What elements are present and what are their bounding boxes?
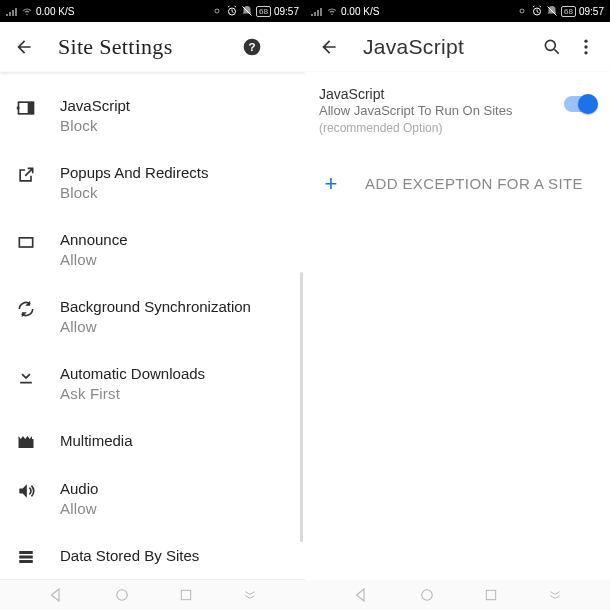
wifi-icon	[21, 6, 33, 16]
mute-icon	[241, 5, 253, 17]
volume-icon	[14, 479, 38, 501]
eye-icon	[516, 5, 528, 17]
item-subtitle: Allow	[60, 250, 128, 270]
page-title: JavaScript	[363, 35, 538, 59]
item-title: Multimedia	[60, 431, 133, 451]
pane-site-settings: Site Settings ? JavaScriptBlockPopups An…	[0, 22, 305, 580]
arrow-back-icon	[319, 37, 339, 57]
search-button[interactable]	[538, 33, 566, 61]
nav-dropdown-button[interactable]	[242, 587, 258, 603]
javascript-toggle-row[interactable]: JavaScript Allow JavaScript To Run On Si…	[305, 72, 610, 145]
item-subtitle: Ask First	[60, 384, 205, 404]
signal-icon	[6, 6, 18, 16]
movie-icon	[14, 431, 38, 451]
svg-line-16	[555, 49, 559, 53]
item-title: JavaScript	[60, 96, 130, 116]
svg-text:?: ?	[248, 40, 255, 53]
switch-knob	[578, 94, 598, 114]
status-bar: 0.00 K/S 68 09:57 0.00 K/S 68 09:57	[0, 0, 610, 22]
setting-description: Allow JavaScript To Run On Sites	[319, 103, 556, 120]
help-button[interactable]: ?	[238, 33, 266, 61]
svg-point-20	[117, 590, 128, 601]
open-in-new-icon	[14, 163, 38, 185]
pane-javascript: JavaScript JavaScript Allow JavaScript T…	[305, 22, 610, 580]
rectangle-icon	[14, 230, 38, 252]
battery-icon: 68	[256, 6, 271, 17]
svg-point-17	[584, 39, 587, 42]
settings-item-automatic-downloads[interactable]: Automatic DownloadsAsk First	[0, 354, 305, 421]
settings-item-popups-and-redirects[interactable]: Popups And RedirectsBlock	[0, 153, 305, 220]
nav-recent-button[interactable]	[178, 587, 194, 603]
svg-rect-21	[182, 590, 191, 599]
add-exception-button[interactable]: + ADD EXCEPTION FOR A SITE	[305, 145, 610, 223]
alarm-icon	[531, 5, 543, 17]
back-button[interactable]	[10, 33, 38, 61]
overflow-menu-button[interactable]	[572, 33, 600, 61]
more-vert-icon	[576, 37, 596, 57]
help-icon: ?	[242, 37, 262, 57]
svg-rect-14	[19, 560, 33, 563]
nav-home-button[interactable]	[113, 586, 131, 604]
app-bar-right: JavaScript	[305, 22, 610, 72]
status-time: 09:57	[274, 6, 299, 17]
svg-rect-12	[19, 551, 33, 554]
item-subtitle: Block	[60, 183, 208, 203]
svg-rect-9	[28, 102, 34, 114]
settings-item-announce[interactable]: AnnounceAllow	[0, 220, 305, 287]
signal-icon	[311, 6, 323, 16]
scrollbar[interactable]	[300, 272, 303, 542]
settings-item-audio[interactable]: AudioAllow	[0, 469, 305, 536]
item-title: Popups And Redirects	[60, 163, 208, 183]
back-button[interactable]	[315, 33, 343, 61]
settings-list: JavaScriptBlockPopups And RedirectsBlock…	[0, 72, 305, 610]
item-title: Automatic Downloads	[60, 364, 205, 384]
svg-point-18	[584, 45, 587, 48]
setting-recommendation: (recommended Option)	[319, 121, 556, 135]
svg-point-22	[422, 590, 433, 601]
mute-icon	[546, 5, 558, 17]
settings-item-multimedia[interactable]: Multimedia	[0, 421, 305, 469]
settings-item-data-stored-by-sites[interactable]: Data Stored By Sites	[0, 536, 305, 584]
battery-icon: 68	[561, 6, 576, 17]
nav-back-button[interactable]	[352, 586, 370, 604]
svg-point-0	[215, 9, 219, 13]
storage-icon	[14, 546, 38, 566]
download-icon	[14, 364, 38, 386]
search-icon	[542, 37, 562, 57]
svg-rect-23	[487, 590, 496, 599]
item-title: Announce	[60, 230, 128, 250]
svg-rect-13	[19, 556, 33, 559]
eye-icon	[211, 5, 223, 17]
item-title: Background Synchronization	[60, 297, 251, 317]
network-speed: 0.00 K/S	[36, 6, 74, 17]
nav-dropdown-button[interactable]	[547, 587, 563, 603]
svg-point-3	[520, 9, 524, 13]
alarm-icon	[226, 5, 238, 17]
sync-icon	[14, 297, 38, 319]
item-subtitle: Block	[60, 116, 130, 136]
nav-home-button[interactable]	[418, 586, 436, 604]
app-bar-left: Site Settings ?	[0, 22, 305, 72]
network-speed: 0.00 K/S	[341, 6, 379, 17]
item-title: Data Stored By Sites	[60, 546, 199, 566]
nav-recent-button[interactable]	[483, 587, 499, 603]
status-time: 09:57	[579, 6, 604, 17]
wifi-icon	[326, 6, 338, 16]
svg-rect-11	[19, 439, 34, 448]
svg-point-15	[545, 40, 555, 50]
plus-icon: +	[319, 171, 343, 197]
item-subtitle: Allow	[60, 499, 98, 519]
settings-item-background-synchronization[interactable]: Background SynchronizationAllow	[0, 287, 305, 354]
javascript-switch[interactable]	[564, 96, 596, 112]
nav-back-button[interactable]	[47, 586, 65, 604]
svg-point-19	[584, 51, 587, 54]
item-title: Audio	[60, 479, 98, 499]
android-nav-bar	[0, 580, 610, 610]
arrow-back-icon	[14, 37, 34, 57]
svg-rect-10	[19, 238, 32, 247]
item-subtitle: Allow	[60, 317, 251, 337]
setting-title: JavaScript	[319, 86, 556, 102]
settings-item-javascript[interactable]: JavaScriptBlock	[0, 86, 305, 153]
page-title: Site Settings	[58, 34, 238, 60]
add-exception-label: ADD EXCEPTION FOR A SITE	[365, 175, 583, 192]
